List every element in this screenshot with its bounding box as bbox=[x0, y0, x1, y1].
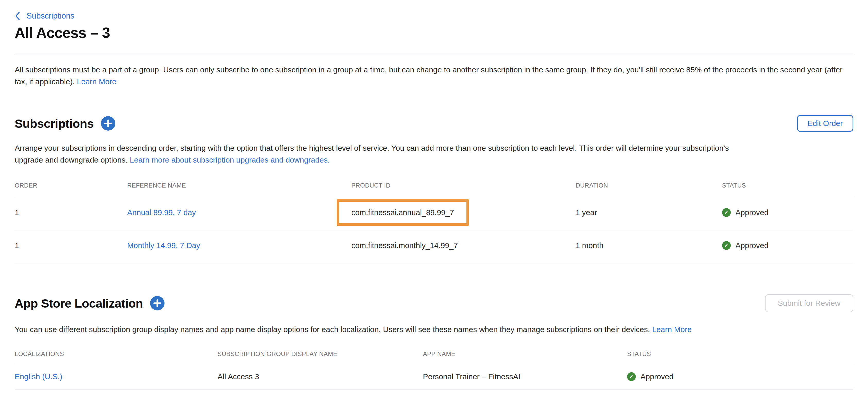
col-header-duration: DURATION bbox=[576, 182, 722, 189]
product-id-value: com.fitnessai.annual_89.99_7 bbox=[351, 208, 454, 216]
localization-heading-label: App Store Localization bbox=[15, 296, 143, 311]
subscriptions-heading: Subscriptions bbox=[15, 116, 115, 130]
localization-heading: App Store Localization bbox=[15, 296, 164, 311]
group-display-name-value: All Access 3 bbox=[218, 372, 423, 381]
col-header-reference-name: REFERENCE NAME bbox=[127, 182, 351, 189]
chevron-left-icon[interactable] bbox=[15, 11, 20, 21]
add-subscription-button[interactable] bbox=[101, 116, 115, 130]
checkmark-approved-icon: ✓ bbox=[722, 241, 731, 250]
localization-description: You can use different subscription group… bbox=[15, 324, 853, 336]
localization-table: LOCALIZATIONS SUBSCRIPTION GROUP DISPLAY… bbox=[15, 350, 853, 389]
col-header-status: STATUS bbox=[627, 350, 853, 357]
title-divider bbox=[15, 54, 853, 54]
table-row: 1 Annual 89.99, 7 day com.fitnessai.annu… bbox=[15, 196, 853, 229]
duration-value: 1 month bbox=[576, 241, 722, 250]
intro-learn-more-link[interactable]: Learn More bbox=[77, 77, 116, 86]
page-content: Subscriptions All Access – 3 All subscri… bbox=[0, 0, 868, 389]
subscriptions-heading-label: Subscriptions bbox=[15, 116, 94, 130]
subscriptions-description-body: Arrange your subscriptions in descending… bbox=[15, 144, 729, 164]
breadcrumb-link-subscriptions[interactable]: Subscriptions bbox=[27, 11, 74, 21]
status-badge: ✓ Approved bbox=[627, 372, 853, 381]
localization-learn-more-link[interactable]: Learn More bbox=[652, 325, 691, 334]
col-header-app-name: APP NAME bbox=[423, 350, 627, 357]
col-header-order: ORDER bbox=[15, 182, 127, 189]
status-label: Approved bbox=[736, 208, 768, 217]
col-header-localizations: LOCALIZATIONS bbox=[15, 350, 218, 357]
localization-section-header: App Store Localization Submit for Review bbox=[15, 294, 853, 312]
status-label: Approved bbox=[641, 372, 673, 381]
checkmark-approved-icon: ✓ bbox=[627, 372, 636, 381]
col-header-status: STATUS bbox=[722, 182, 853, 189]
col-header-group-display-name: SUBSCRIPTION GROUP DISPLAY NAME bbox=[218, 350, 423, 357]
status-label: Approved bbox=[736, 241, 768, 250]
product-id-value: com.fitnessai.monthly_14.99_7 bbox=[351, 241, 576, 250]
group-intro-body: All subscriptions must be a part of a gr… bbox=[15, 65, 842, 86]
col-header-product-id: PRODUCT ID bbox=[351, 182, 576, 189]
plus-icon bbox=[101, 116, 115, 130]
breadcrumb: Subscriptions bbox=[15, 0, 853, 21]
localization-table-header: LOCALIZATIONS SUBSCRIPTION GROUP DISPLAY… bbox=[15, 350, 853, 364]
checkmark-approved-icon: ✓ bbox=[722, 208, 731, 217]
plus-icon bbox=[150, 296, 164, 311]
subscriptions-table-header: ORDER REFERENCE NAME PRODUCT ID DURATION… bbox=[15, 182, 853, 196]
highlighted-product-id: com.fitnessai.annual_89.99_7 bbox=[337, 199, 469, 226]
subscriptions-description: Arrange your subscriptions in descending… bbox=[15, 142, 736, 166]
localization-description-body: You can use different subscription group… bbox=[15, 325, 650, 334]
page-title: All Access – 3 bbox=[15, 24, 853, 41]
status-badge: ✓ Approved bbox=[722, 241, 853, 250]
edit-order-button[interactable]: Edit Order bbox=[797, 115, 853, 132]
table-row: English (U.S.) All Access 3 Personal Tra… bbox=[15, 364, 853, 389]
reference-name-link[interactable]: Annual 89.99, 7 day bbox=[127, 208, 196, 216]
app-name-value: Personal Trainer – FitnessAI bbox=[423, 372, 627, 381]
submit-for-review-button[interactable]: Submit for Review bbox=[765, 294, 853, 312]
upgrades-downgrades-link[interactable]: Learn more about subscription upgrades a… bbox=[130, 155, 330, 164]
order-value: 1 bbox=[15, 208, 127, 217]
order-value: 1 bbox=[15, 241, 127, 250]
add-localization-button[interactable] bbox=[150, 296, 164, 311]
localization-link[interactable]: English (U.S.) bbox=[15, 372, 62, 381]
status-badge: ✓ Approved bbox=[722, 208, 853, 217]
group-intro-text: All subscriptions must be a part of a gr… bbox=[15, 64, 853, 88]
reference-name-link[interactable]: Monthly 14.99, 7 Day bbox=[127, 241, 200, 250]
table-row: 1 Monthly 14.99, 7 Day com.fitnessai.mon… bbox=[15, 229, 853, 262]
duration-value: 1 year bbox=[576, 208, 722, 217]
subscriptions-section-header: Subscriptions Edit Order bbox=[15, 115, 853, 132]
subscriptions-table: ORDER REFERENCE NAME PRODUCT ID DURATION… bbox=[15, 182, 853, 262]
